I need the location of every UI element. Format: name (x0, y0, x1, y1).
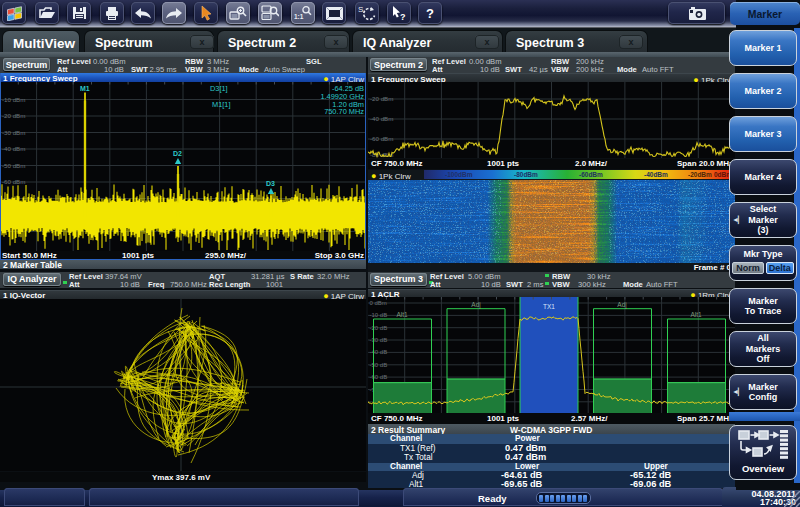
svg-text:TX1: TX1 (543, 303, 555, 310)
svg-text:D3: D3 (266, 179, 275, 186)
svg-text:-60 dB: -60 dB (370, 374, 388, 380)
svg-text:-60 dBm: -60 dBm (2, 178, 25, 185)
svg-text:Adj: Adj (617, 301, 626, 309)
svg-text:0 dBm: 0 dBm (370, 300, 387, 306)
svg-text:-40 dB: -40 dB (370, 349, 388, 355)
svg-text:Alt1: Alt1 (690, 311, 702, 318)
svg-text:-10 dB: -10 dB (370, 312, 388, 318)
svg-text:-20 dB: -20 dB (370, 325, 388, 331)
svg-text:-30 dB: -30 dB (370, 337, 388, 343)
svg-text:1:1: 1:1 (294, 13, 304, 20)
svg-text:-30 dBm: -30 dBm (2, 128, 25, 135)
svg-text:Alt1: Alt1 (396, 311, 408, 318)
svg-text:M1: M1 (80, 85, 90, 92)
svg-text:-20 dBm: -20 dBm (2, 112, 25, 119)
svg-text:-50 dBm: -50 dBm (2, 161, 25, 168)
svg-text:D3[1]: D3[1] (210, 84, 228, 93)
svg-text:S: S (358, 5, 363, 14)
svg-text:-20 dBm: -20 dBm (370, 95, 393, 102)
svg-text:?: ? (400, 12, 406, 22)
svg-text:?: ? (426, 6, 434, 21)
svg-text:D2: D2 (173, 149, 182, 156)
svg-text:-10 dBm: -10 dBm (2, 95, 25, 102)
svg-text:750.70 MHz: 750.70 MHz (324, 107, 364, 116)
svg-text:Adj: Adj (471, 301, 480, 309)
svg-text:-40 dBm: -40 dBm (370, 115, 393, 122)
svg-text:-40 dBm: -40 dBm (2, 145, 25, 152)
svg-text:-50 dB: -50 dB (370, 362, 388, 368)
svg-text:M1[1]: M1[1] (212, 99, 230, 108)
svg-text:-60 dBm: -60 dBm (370, 135, 393, 142)
